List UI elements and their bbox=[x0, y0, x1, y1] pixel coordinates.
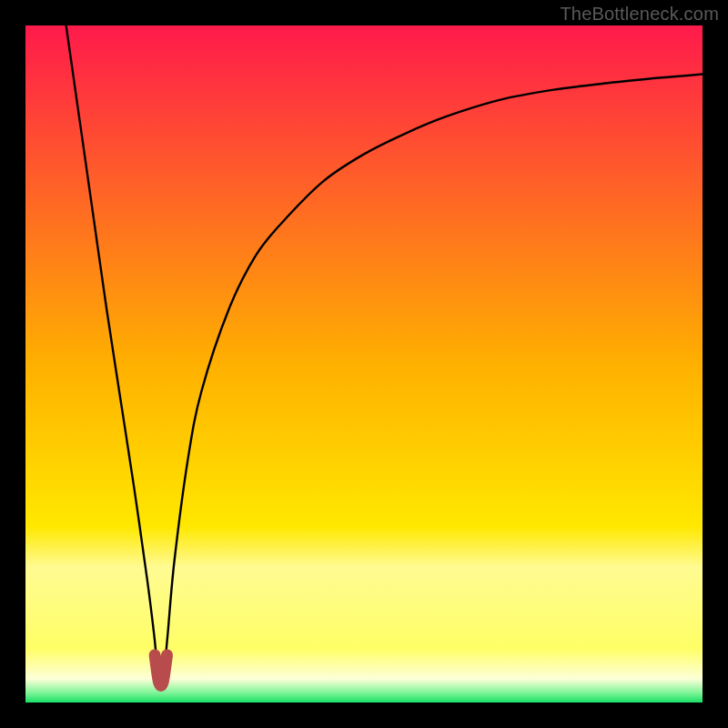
bottleneck-chart bbox=[0, 0, 728, 728]
watermark-text: TheBottleneck.com bbox=[560, 4, 719, 25]
minimum-segment bbox=[155, 655, 167, 685]
plot-background bbox=[25, 25, 703, 703]
chart-frame: TheBottleneck.com bbox=[0, 0, 728, 728]
